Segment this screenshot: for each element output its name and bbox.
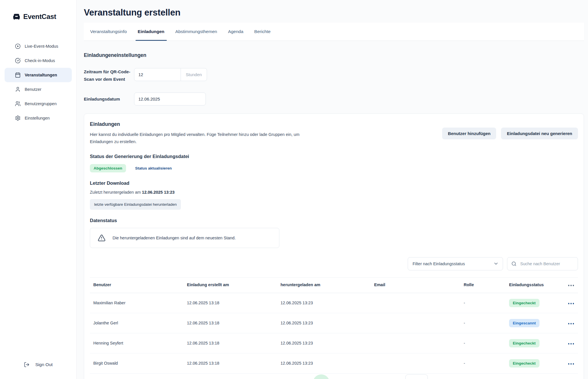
status-badge: Eingescannt	[509, 319, 539, 327]
table-header-menu-icon[interactable]	[568, 284, 574, 287]
sidebar-item-label: Benutzer	[25, 87, 41, 92]
qr-scan-window-label: Zeitraum für QR-Code-Scan vor dem Event	[84, 68, 134, 83]
tab-veranstaltungsinfo[interactable]: Veranstaltungsinfo	[90, 23, 127, 41]
data-status-alert: Die heruntergeladenen Einladungen sind a…	[90, 228, 279, 248]
users-icon	[15, 101, 21, 107]
invitation-settings-title: Einladungeneinstellungen	[84, 52, 584, 58]
sidebar-item-veranstaltungen[interactable]: Veranstaltungen	[5, 68, 72, 82]
sidebar-item-label: Veranstaltungen	[25, 73, 57, 77]
status-badge: Eingecheckt	[509, 299, 539, 307]
add-user-button[interactable]: Benutzer hinzufügen	[442, 128, 496, 139]
qr-scan-window-input[interactable]	[134, 68, 181, 81]
table-row: Mehmet Bolling 12.06.2025 13:18 12.06.20…	[90, 373, 578, 379]
col-rolle: Rolle	[460, 277, 506, 293]
invitations-card-header: Einladungen Hier kannst du individuelle …	[90, 121, 578, 146]
sidebar-item-label: Einstellungen	[25, 116, 50, 120]
sidebar-item-benutzer[interactable]: Benutzer	[5, 82, 72, 97]
sidebar-item-label: Live-Event-Modus	[25, 44, 58, 49]
row-menu-icon[interactable]	[568, 302, 574, 305]
qr-scan-window-row: Zeitraum für QR-Code-Scan vor dem Event …	[84, 68, 584, 83]
search-icon	[511, 261, 517, 266]
cell-downloaded: 12.06.2025 13:23	[277, 353, 371, 373]
cell-downloaded: 12.06.2025 13:23	[277, 293, 371, 313]
cell-created: 12.06.2025 13:18	[183, 373, 277, 379]
tab-abstimmungsthemen[interactable]: Abstimmungsthemen	[175, 23, 217, 41]
sidebar-item-live-event-modus[interactable]: Live-Event-Modus	[5, 39, 72, 53]
cell-user: Jolanthe Gerl	[90, 313, 183, 333]
qr-scan-window-input-group: Stunden	[134, 68, 207, 83]
cell-role: -	[460, 293, 506, 313]
table-header-row: Benutzer Einladung erstellt am herunterg…	[90, 277, 578, 293]
status-badge: Eingecheckt	[509, 359, 539, 368]
row-menu-icon[interactable]	[568, 362, 574, 366]
generation-status-badge: Abgeschlossen	[90, 164, 126, 172]
user-icon	[15, 86, 21, 92]
tab-bar: Veranstaltungsinfo Einladungen Abstimmun…	[84, 23, 584, 41]
last-download-title: Letzter Download	[90, 180, 578, 186]
download-latest-file-button[interactable]: letzte verfügbare Einladungsdatei herunt…	[90, 199, 181, 210]
last-download-prefix: Zuletzt heruntergeladen am	[90, 190, 141, 195]
cell-role: -	[460, 353, 506, 373]
generation-status-row: Abgeschlossen Status aktualisieren	[90, 164, 578, 172]
cell-user: Maximilian Raber	[90, 293, 183, 313]
last-download-text: Zuletzt heruntergeladen am 12.06.2025 13…	[90, 190, 578, 195]
invitation-date-input[interactable]	[134, 93, 206, 105]
brand-name: EventCast	[23, 13, 56, 21]
pagination-button-partial[interactable]	[405, 374, 428, 379]
sidebar-item-check-in-modus[interactable]: Check-in-Modus	[5, 53, 72, 68]
invitations-card-intro: Einladungen Hier kannst du individuelle …	[90, 121, 299, 146]
cell-role: -	[460, 373, 506, 379]
cell-created: 12.06.2025 13:18	[183, 313, 277, 333]
table-row: Birgit Oswald 12.06.2025 13:18 12.06.202…	[90, 353, 578, 373]
user-search	[507, 257, 578, 270]
regenerate-invitation-file-button[interactable]: Einladungsdatei neu generieren	[501, 128, 578, 139]
armchair-logo-icon	[13, 13, 20, 21]
tab-berichte[interactable]: Berichte	[254, 23, 271, 41]
cell-user: Mehmet Bolling	[90, 373, 183, 379]
check-circle-icon	[15, 58, 21, 64]
col-einladungsstatus: Einladungsstatus	[506, 277, 559, 293]
status-badge: Eingecheckt	[509, 339, 539, 347]
cell-email	[371, 293, 460, 313]
invitation-status-filter[interactable]: Filter nach Einladungsstatus	[408, 257, 503, 270]
cell-user: Birgit Oswald	[90, 353, 183, 373]
row-menu-icon[interactable]	[568, 322, 574, 326]
generation-status-title: Status der Generierung der Einladungsdat…	[90, 154, 578, 159]
logout-icon	[24, 362, 30, 368]
page-title: Veranstaltung erstellen	[84, 7, 584, 18]
invitations-card: Einladungen Hier kannst du individuelle …	[84, 113, 584, 379]
refresh-status-link[interactable]: Status aktualisieren	[135, 166, 172, 170]
cell-email	[371, 313, 460, 333]
col-heruntergeladen-am: heruntergeladen am	[277, 277, 371, 293]
cell-role: -	[460, 333, 506, 353]
cell-created: 12.06.2025 13:18	[183, 353, 277, 373]
invitation-status-filter-value: Filter nach Einladungsstatus	[413, 261, 465, 266]
cell-downloaded: 12.06.2025 13:23	[277, 333, 371, 353]
sidebar: EventCast Live-Event-Modus Check-in-Modu…	[0, 0, 77, 379]
invitation-date-row: Einladungsdatum	[84, 93, 584, 105]
cell-created: 12.06.2025 13:18	[183, 333, 277, 353]
sidebar-item-label: Check-in-Modus	[25, 58, 55, 63]
table-row: Jolanthe Gerl 12.06.2025 13:18 12.06.202…	[90, 313, 578, 333]
sign-out-button[interactable]: Sign Out	[0, 362, 76, 368]
app-window: EventCast Live-Event-Modus Check-in-Modu…	[0, 0, 588, 379]
col-email: Email	[371, 277, 460, 293]
chevron-down-icon	[493, 261, 499, 266]
row-menu-icon[interactable]	[568, 342, 574, 346]
cell-user: Henning Seyfert	[90, 333, 183, 353]
play-circle-icon	[15, 43, 21, 49]
cell-role: -	[460, 313, 506, 333]
last-download-timestamp: 12.06.2025 13:23	[142, 190, 175, 195]
tab-einladungen[interactable]: Einladungen	[138, 23, 165, 41]
invitations-title: Einladungen	[90, 121, 299, 127]
tab-agenda[interactable]: Agenda	[228, 23, 243, 41]
sidebar-item-label: Benutzergruppen	[25, 101, 57, 106]
col-erstellt-am: Einladung erstellt am	[183, 277, 277, 293]
main-content: Veranstaltung erstellen Veranstaltungsin…	[77, 0, 588, 379]
sidebar-item-einstellungen[interactable]: Einstellungen	[5, 111, 72, 125]
table-row: Henning Seyfert 12.06.2025 13:18 12.06.2…	[90, 333, 578, 353]
sidebar-item-benutzergruppen[interactable]: Benutzergruppen	[5, 97, 72, 111]
sign-out-label: Sign Out	[35, 362, 53, 367]
cell-created: 12.06.2025 13:18	[183, 293, 277, 313]
user-search-input[interactable]	[520, 261, 574, 266]
